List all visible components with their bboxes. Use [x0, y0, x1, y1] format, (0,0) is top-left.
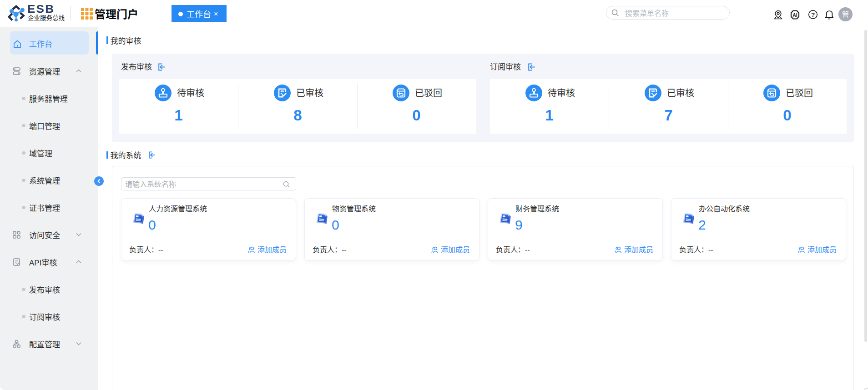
svg-text:AI: AI: [792, 12, 797, 18]
svg-text:?: ?: [811, 11, 815, 18]
